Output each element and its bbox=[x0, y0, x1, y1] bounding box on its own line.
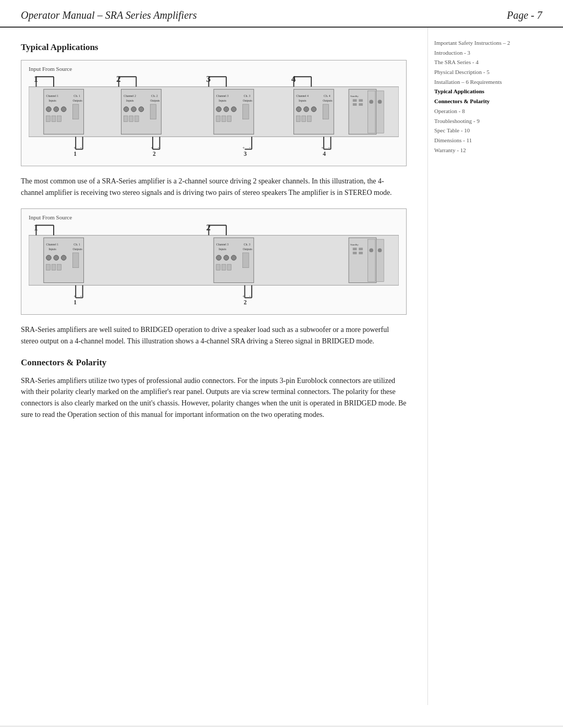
sidebar-item-connectors[interactable]: Connectors & Polarity bbox=[434, 96, 515, 106]
svg-point-5 bbox=[54, 107, 59, 112]
svg-text:Inputs: Inputs bbox=[48, 99, 56, 102]
svg-rect-106 bbox=[368, 239, 375, 282]
svg-text:Outputs: Outputs bbox=[72, 99, 82, 102]
svg-text:4: 4 bbox=[323, 151, 326, 157]
svg-text:1: 1 bbox=[34, 224, 39, 232]
sidebar-item-troubleshooting[interactable]: Troubleshooting - 9 bbox=[434, 116, 515, 126]
svg-rect-33 bbox=[227, 116, 231, 122]
svg-rect-53 bbox=[359, 99, 363, 102]
sidebar-item-spec[interactable]: Spec Table - 10 bbox=[434, 126, 515, 135]
svg-text:Inputs: Inputs bbox=[299, 99, 307, 102]
svg-rect-105 bbox=[359, 252, 363, 254]
diagram1: Input From Source Channel 1 Inputs bbox=[21, 60, 407, 166]
svg-text:2: 2 bbox=[153, 151, 156, 157]
svg-rect-104 bbox=[359, 248, 363, 251]
svg-text:Ch. 2: Ch. 2 bbox=[151, 94, 158, 97]
svg-text:Outputs: Outputs bbox=[243, 248, 253, 251]
header: Operator Manual – SRA Series Amplifiers … bbox=[0, 0, 563, 28]
svg-text:1: 1 bbox=[34, 75, 39, 84]
svg-text:Channel 2: Channel 2 bbox=[124, 94, 136, 97]
svg-point-57 bbox=[369, 100, 373, 104]
svg-text:Channel 4: Channel 4 bbox=[296, 94, 309, 97]
svg-point-41 bbox=[304, 107, 309, 112]
svg-rect-31 bbox=[216, 116, 221, 122]
svg-rect-99 bbox=[243, 253, 249, 268]
main-layout: Typical Applications Input From Source C… bbox=[0, 28, 563, 705]
svg-text:Outputs: Outputs bbox=[323, 99, 333, 102]
svg-text:-: - bbox=[158, 145, 160, 150]
svg-rect-51 bbox=[353, 99, 357, 102]
svg-text:Ch. 3: Ch. 3 bbox=[244, 243, 251, 246]
header-title: Operator Manual – SRA Series Amplifiers bbox=[21, 9, 197, 21]
diagram1-svg: Channel 1 Inputs Ch. 1 Outputs bbox=[29, 75, 399, 158]
sidebar-item-operation[interactable]: Operation - 8 bbox=[434, 106, 515, 116]
svg-text:-: - bbox=[249, 145, 251, 150]
svg-rect-95 bbox=[222, 264, 226, 270]
sidebar-item-safety[interactable]: Important Safety Instructions – 2 bbox=[434, 38, 515, 48]
svg-text:Inputs: Inputs bbox=[219, 248, 227, 251]
svg-rect-44 bbox=[302, 116, 306, 122]
svg-rect-19 bbox=[124, 116, 128, 122]
svg-text:3: 3 bbox=[206, 75, 211, 84]
sidebar-item-dimensions[interactable]: Dimensions - 11 bbox=[434, 135, 515, 145]
diagram2-label: Input From Source bbox=[29, 214, 399, 220]
svg-point-80 bbox=[54, 255, 59, 261]
svg-text:Ch. 4: Ch. 4 bbox=[324, 94, 331, 97]
svg-text:1: 1 bbox=[74, 299, 77, 305]
svg-text:-: - bbox=[80, 294, 82, 299]
sidebar-item-intro[interactable]: Introduction - 3 bbox=[434, 48, 515, 58]
svg-text:Outputs: Outputs bbox=[72, 248, 82, 251]
diagram2-svg: Channel 1 Inputs Ch. 1 Outputs Cha bbox=[29, 224, 399, 307]
svg-text:+: + bbox=[74, 145, 76, 150]
svg-rect-55 bbox=[368, 91, 375, 133]
svg-rect-24 bbox=[150, 104, 156, 119]
svg-text:+: + bbox=[151, 145, 153, 150]
svg-text:+: + bbox=[74, 294, 76, 299]
svg-text:Channel 1: Channel 1 bbox=[46, 243, 59, 246]
sidebar-item-physical[interactable]: Physical Description - 5 bbox=[434, 67, 515, 77]
para1: The most common use of a SRA-Series ampl… bbox=[21, 176, 407, 198]
svg-text:Channel 1: Channel 1 bbox=[46, 94, 59, 97]
sidebar: Important Safety Instructions – 2 Introd… bbox=[427, 28, 521, 705]
svg-text:+: + bbox=[242, 294, 245, 299]
para2: SRA-Series amplifiers are well suited to… bbox=[21, 324, 407, 347]
svg-rect-9 bbox=[57, 116, 62, 122]
svg-point-108 bbox=[369, 249, 373, 253]
content-area: Typical Applications Input From Source C… bbox=[0, 28, 427, 705]
svg-text:3: 3 bbox=[244, 151, 247, 157]
svg-point-29 bbox=[224, 107, 229, 112]
svg-point-58 bbox=[378, 100, 382, 104]
svg-point-28 bbox=[216, 107, 222, 112]
svg-rect-45 bbox=[307, 116, 311, 122]
svg-text:2: 2 bbox=[206, 224, 211, 232]
sidebar-item-typical-apps[interactable]: Typical Applications bbox=[434, 87, 515, 96]
svg-point-93 bbox=[231, 255, 237, 261]
svg-point-6 bbox=[61, 107, 66, 112]
svg-point-17 bbox=[131, 107, 137, 112]
diagram2: Input From Source Channel 1 Inputs bbox=[21, 208, 407, 315]
svg-point-30 bbox=[231, 107, 237, 112]
svg-text:Channel 3: Channel 3 bbox=[216, 94, 229, 97]
svg-text:Channel 3: Channel 3 bbox=[216, 243, 229, 246]
svg-rect-94 bbox=[216, 264, 221, 270]
sidebar-item-installation[interactable]: Installation – 6 Requirements bbox=[434, 77, 515, 87]
diagram1-label: Input From Source bbox=[29, 66, 399, 72]
svg-text:4: 4 bbox=[291, 75, 296, 84]
svg-text:+: + bbox=[242, 145, 245, 150]
svg-point-42 bbox=[311, 107, 316, 112]
svg-rect-52 bbox=[353, 103, 357, 106]
section-typical-applications: Typical Applications Input From Source C… bbox=[21, 42, 407, 347]
svg-rect-56 bbox=[376, 91, 384, 133]
svg-rect-103 bbox=[353, 252, 357, 254]
sidebar-item-warranty[interactable]: Warranty - 12 bbox=[434, 145, 515, 155]
svg-text:Outputs: Outputs bbox=[150, 99, 160, 102]
svg-text:Ch. 3: Ch. 3 bbox=[244, 94, 251, 97]
svg-rect-96 bbox=[227, 264, 231, 270]
sidebar-item-sra-series[interactable]: The SRA Series - 4 bbox=[434, 57, 515, 67]
svg-text:1: 1 bbox=[74, 151, 77, 157]
para3: SRA-Series amplifiers utilize two types … bbox=[21, 375, 407, 421]
footer: All Rights Reserved Rev 1.4 0306 bbox=[0, 726, 563, 728]
svg-rect-82 bbox=[46, 264, 51, 270]
svg-rect-21 bbox=[134, 116, 139, 122]
svg-point-79 bbox=[46, 255, 52, 261]
